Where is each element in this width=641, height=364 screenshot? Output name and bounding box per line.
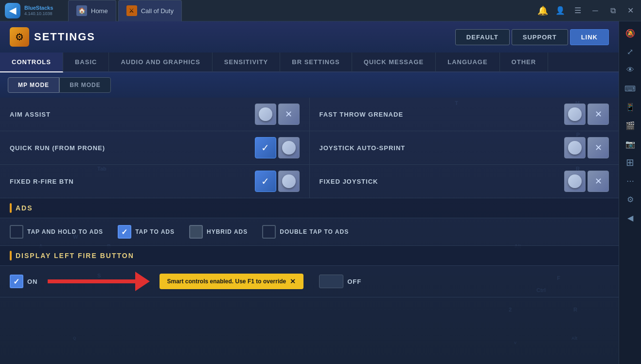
fixed-joystick-close[interactable]: ✕	[588, 171, 609, 192]
joystick-sprint-toggle-inner	[568, 141, 582, 155]
ads-section-header: ADS	[0, 198, 619, 218]
quick-run-toggle[interactable]	[278, 137, 300, 158]
fixed-rfire-row: FIXED R-FIRE BTN ✓ FIXED JOYSTICK	[0, 165, 619, 198]
joystick-sprint-toggle[interactable]	[564, 137, 586, 158]
fixed-rfire-setting: FIXED R-FIRE BTN ✓	[0, 165, 310, 198]
fixed-joystick-label: FIXED JOYSTICK	[320, 178, 559, 185]
fast-throw-controls: ✕	[564, 104, 609, 125]
app-logo: ◀ BlueStacks 4.140.10.1038	[0, 3, 68, 18]
joystick-sprint-controls: ✕	[564, 137, 609, 158]
profile-icon[interactable]: 👤	[554, 5, 566, 17]
aim-assist-label: AIM ASSIST	[10, 111, 249, 118]
tooltip-close-button[interactable]: ✕	[290, 277, 296, 285]
tap-hold-ads-checkbox[interactable]	[10, 225, 23, 239]
aim-assist-close[interactable]: ✕	[278, 104, 300, 125]
setting-rows: AIM ASSIST ✕ FAST THROW GRENADE	[0, 98, 619, 297]
tab-other[interactable]: OTHER	[500, 52, 549, 72]
phone-icon[interactable]: 📱	[623, 99, 638, 115]
joystick-sprint-setting: JOYSTICK AUTO-SPRINT ✕	[310, 131, 619, 164]
arrow-body	[48, 279, 135, 283]
tab-br-settings[interactable]: BR SETTINGS	[280, 52, 352, 72]
fast-throw-close[interactable]: ✕	[588, 104, 609, 125]
aim-assist-toggle[interactable]	[255, 104, 276, 125]
mode-tabs: MP MODE BR MODE	[0, 72, 619, 98]
settings-panel: ⚙ SETTINGS DEFAULT SUPPORT LINK CONTROLS…	[0, 21, 619, 364]
tap-to-ads-checkbox[interactable]	[118, 225, 131, 239]
bluestacks-icon: ◀	[5, 3, 20, 18]
on-label: ON	[27, 278, 38, 285]
aim-assist-controls: ✕	[255, 104, 300, 125]
tooltip-text: Smart controls enabled. Use F1 to overri…	[167, 278, 286, 285]
close-button[interactable]: ✕	[624, 5, 636, 17]
on-item: ON	[10, 275, 38, 288]
main-area: ⚙ SETTINGS DEFAULT SUPPORT LINK CONTROLS…	[0, 21, 641, 364]
quick-run-row: QUICK RUN (FROM PRONE) ✓ JOYSTICK AUTO-S…	[0, 131, 619, 165]
display-fire-section-header: DISPLAY LEFT FIRE BUTTON	[0, 246, 619, 266]
off-item: OFF	[319, 275, 361, 288]
link-button[interactable]: LINK	[570, 29, 609, 45]
aim-assist-row: AIM ASSIST ✕ FAST THROW GRENADE	[0, 98, 619, 131]
ads-indicator	[10, 203, 12, 213]
display-fire-section-title: DISPLAY LEFT FIRE BUTTON	[16, 252, 134, 260]
add-icon[interactable]: ⊞	[623, 155, 638, 170]
fast-throw-setting: FAST THROW GRENADE ✕	[310, 98, 619, 131]
tab-language[interactable]: LANGUAGE	[436, 52, 499, 72]
app-version: 4.140.10.1038	[24, 11, 53, 16]
aim-assist-setting: AIM ASSIST ✕	[0, 98, 310, 131]
tab-basic[interactable]: BASIC	[63, 52, 109, 72]
settings-content: T M P R Tab W A Alt B S F 2 Ctrl R Q Alt…	[0, 98, 619, 364]
ads-section-title: ADS	[16, 204, 33, 212]
joystick-sprint-close[interactable]: ✕	[588, 137, 609, 158]
home-tab-label: Home	[91, 7, 108, 15]
quick-run-label: QUICK RUN (FROM PRONE)	[10, 144, 249, 152]
tab-controls[interactable]: CONTROLS	[0, 52, 63, 72]
hybrid-ads-checkbox[interactable]	[189, 225, 203, 239]
more-icon[interactable]: ⋯	[623, 173, 638, 189]
quick-run-check[interactable]: ✓	[255, 137, 276, 158]
tap-to-ads-label: TAP TO ADS	[135, 228, 175, 235]
back-icon[interactable]: ◀	[623, 210, 638, 225]
ads-row: TAP AND HOLD TO ADS TAP TO ADS HYBRID AD…	[0, 218, 619, 246]
settings-logo-icon: ⚙	[10, 27, 29, 47]
fast-throw-toggle[interactable]	[564, 104, 586, 125]
video-icon[interactable]: 🎬	[623, 118, 638, 133]
tab-sensitivity[interactable]: SENSITIVITY	[213, 52, 280, 72]
double-tap-ads-checkbox[interactable]	[262, 225, 276, 239]
settings-header: ⚙ SETTINGS DEFAULT SUPPORT LINK	[0, 21, 619, 52]
tab-call-of-duty[interactable]: ⚔ Call of Duty	[118, 0, 182, 21]
off-checkbox[interactable]	[319, 275, 343, 288]
settings-tabs: CONTROLS BASIC AUDIO AND GRAPHICS SENSIT…	[0, 52, 619, 72]
minimize-button[interactable]: ─	[589, 5, 601, 17]
home-tab-icon: 🏠	[76, 5, 87, 16]
expand-icon[interactable]: ⤢	[623, 44, 638, 59]
cod-tab-label: Call of Duty	[141, 7, 174, 15]
display-fire-indicator	[10, 251, 12, 260]
tap-to-ads-item: TAP TO ADS	[118, 225, 175, 239]
mp-mode-tab[interactable]: MP MODE	[8, 77, 59, 93]
default-button[interactable]: DEFAULT	[455, 29, 510, 45]
tab-audio-graphics[interactable]: AUDIO AND GRAPHICS	[109, 52, 212, 72]
tap-hold-ads-label: TAP AND HOLD TO ADS	[27, 228, 103, 235]
on-checkbox[interactable]	[10, 275, 23, 288]
support-button[interactable]: SUPPORT	[512, 29, 568, 45]
fixed-joystick-setting: FIXED JOYSTICK ✕	[310, 165, 619, 198]
menu-icon[interactable]: ☰	[572, 5, 584, 17]
fixed-joystick-toggle[interactable]	[564, 171, 586, 192]
volume-icon[interactable]: 🔕	[623, 25, 638, 41]
gear-icon[interactable]: ⚙	[623, 191, 638, 207]
fixed-rfire-check[interactable]: ✓	[255, 171, 276, 192]
fixed-joystick-toggle-inner	[568, 174, 582, 188]
fixed-rfire-label: FIXED R-FIRE BTN	[10, 178, 249, 185]
fixed-rfire-toggle[interactable]	[278, 171, 300, 192]
keyboard-icon[interactable]: ⌨	[623, 81, 638, 96]
camera-icon[interactable]: 📷	[623, 136, 638, 152]
eye-icon[interactable]: 👁	[623, 62, 638, 78]
tab-quick-message[interactable]: QUICK MESSAGE	[352, 52, 436, 72]
quick-run-setting: QUICK RUN (FROM PRONE) ✓	[0, 131, 310, 164]
tab-home[interactable]: 🏠 Home	[68, 0, 116, 21]
br-mode-tab[interactable]: BR MODE	[59, 77, 111, 93]
restore-button[interactable]: ⧉	[607, 5, 619, 17]
fixed-rfire-toggle-inner	[282, 174, 296, 188]
bell-icon[interactable]: 🔔	[537, 5, 549, 17]
tap-hold-ads-item: TAP AND HOLD TO ADS	[10, 225, 103, 239]
